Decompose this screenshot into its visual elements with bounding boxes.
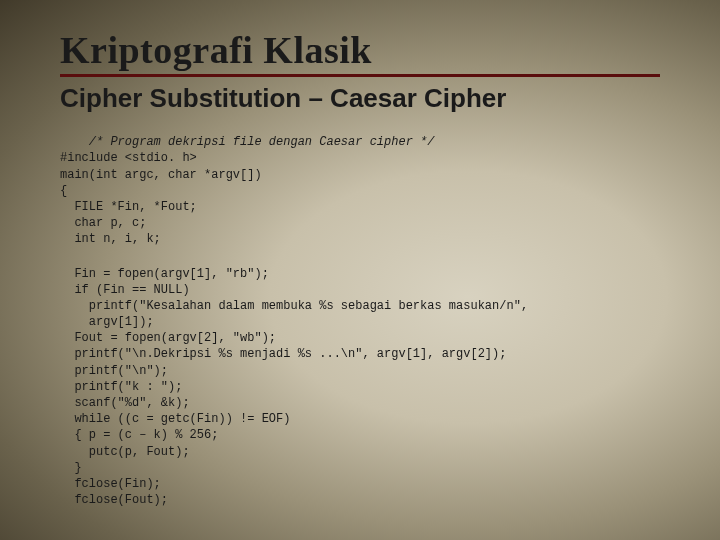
code-comment: /* Program dekripsi file dengan Caesar c… [89,135,435,149]
slide-subtitle: Cipher Substitution – Caesar Cipher [60,83,660,114]
title-underline [60,74,660,77]
slide: Kriptografi Klasik Cipher Substitution –… [0,0,720,540]
code-block-1: #include <stdio. h> main(int argc, char … [60,151,262,246]
code-block-2: Fin = fopen(argv[1], "rb"); if (Fin == N… [60,267,528,508]
code-area: /* Program dekripsi file dengan Caesar c… [60,118,660,540]
slide-title: Kriptografi Klasik [60,28,660,72]
